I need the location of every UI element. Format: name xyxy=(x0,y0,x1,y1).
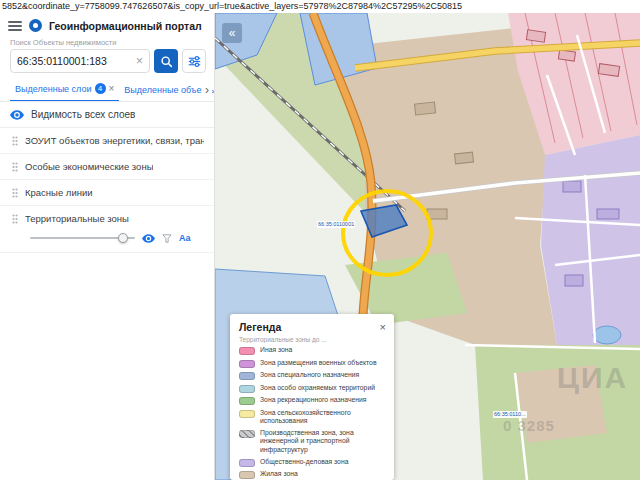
search-box: × xyxy=(10,49,150,73)
opacity-slider[interactable] xyxy=(30,233,135,243)
legend-item: Жилая зона xyxy=(239,470,386,479)
legend-item-label: Иная зона xyxy=(260,346,292,354)
drag-handle-icon[interactable] xyxy=(12,214,18,224)
collapse-sidebar-button[interactable]: « xyxy=(222,23,242,43)
search-button[interactable] xyxy=(154,49,178,73)
slider-handle[interactable] xyxy=(118,233,128,243)
legend-swatch xyxy=(239,471,255,479)
tab-count-badge: 4 xyxy=(95,83,106,94)
legend-item-label: Зона сельскохозяйственного использования xyxy=(260,409,386,426)
eye-icon xyxy=(10,110,24,120)
legend-swatch xyxy=(239,410,255,418)
layer-label: Территориальные зоны xyxy=(25,213,129,224)
visibility-all-layers[interactable]: Видимость всех слоев xyxy=(0,102,214,128)
tab-label: Выделенные объекты xyxy=(124,85,214,95)
legend-swatch xyxy=(239,385,255,393)
tune-icon xyxy=(188,55,201,68)
legend-item-label: Зона рекреационного назначения xyxy=(260,396,366,404)
tab-selected-layers[interactable]: Выделенные слои 4 × xyxy=(10,78,119,102)
legend-item: Производственная зона, зона инженерной и… xyxy=(239,429,386,454)
portal-logo-icon xyxy=(29,19,42,32)
sidebar: Геоинформационный портал Поиск Объекты н… xyxy=(0,13,215,480)
layer-label: ЗОУИТ объектов энергетики, связи, трансп… xyxy=(25,135,204,146)
legend-item: Зона специального назначения xyxy=(239,371,386,380)
gis-portal-app: 5852&coordinate_y=7758099.747626507&is_c… xyxy=(0,0,640,480)
clear-search-icon[interactable]: × xyxy=(134,55,145,67)
search-input[interactable] xyxy=(17,55,134,67)
layer-item-economic-zones[interactable]: Особые экономические зоны xyxy=(0,154,214,180)
legend-item-label: Зона размещения военных объектов xyxy=(260,359,377,367)
legend-item: Зона сельскохозяйственного использования xyxy=(239,409,386,426)
legend-swatch xyxy=(239,372,255,380)
legend-item: Зона рекреационного назначения xyxy=(239,396,386,405)
legend-close-icon[interactable]: × xyxy=(380,322,386,333)
layer-visibility-eye-icon[interactable] xyxy=(142,234,155,243)
layer-item-zouit[interactable]: ЗОУИТ объектов энергетики, связи, трансп… xyxy=(0,128,214,154)
sidebar-tabs: Выделенные слои 4 × Выделенные объекты ×… xyxy=(0,78,214,102)
layer-label: Особые экономические зоны xyxy=(25,161,153,172)
tab-close-icon[interactable]: × xyxy=(109,84,115,94)
legend-swatch xyxy=(239,397,255,405)
watermark-text: ЦИА xyxy=(557,361,628,395)
page-title: Геоинформационный портал xyxy=(49,20,202,32)
drag-handle-icon[interactable] xyxy=(12,188,18,198)
tabs-scroll-right-icon[interactable]: › xyxy=(202,78,212,102)
legend-item: Зона размещения военных объектов xyxy=(239,359,386,368)
url-fragment-text: 5852&coordinate_y=7758099.747626507&is_c… xyxy=(0,0,640,13)
legend-subtitle: Территориальные зоны до ... xyxy=(239,336,386,343)
legend-item-label: Зона специального назначения xyxy=(260,371,359,379)
legend-item: Иная зона xyxy=(239,346,386,355)
cadastral-map-label: 66:35:0110001 xyxy=(317,221,355,228)
legend-swatch xyxy=(239,347,255,355)
map-canvas[interactable]: « 66:35:0110001 66:35:0110... ЦИА 0 3285… xyxy=(215,13,640,480)
search-settings-button[interactable] xyxy=(182,49,206,73)
drag-handle-icon[interactable] xyxy=(12,136,18,146)
tab-label: Выделенные слои xyxy=(15,84,92,94)
legend-item-label: Производственная зона, зона инженерной и… xyxy=(260,429,386,454)
menu-icon[interactable] xyxy=(8,21,22,31)
legend-item: Зона особо охраняемых территорий xyxy=(239,384,386,393)
layer-item-red-lines[interactable]: Красные линии xyxy=(0,180,214,206)
visibility-all-label: Видимость всех слоев xyxy=(31,109,135,120)
legend-panel: Легенда × Территориальные зоны до ... Ин… xyxy=(230,314,394,480)
search-label: Поиск Объекты недвижимости xyxy=(0,36,214,48)
layer-item-territorial-zones[interactable]: Территориальные зоны xyxy=(0,206,214,231)
legend-swatch xyxy=(239,360,255,368)
search-row: × xyxy=(0,48,214,78)
search-icon xyxy=(160,55,173,68)
legend-item-label: Жилая зона xyxy=(260,470,298,478)
watermark-text: 0 3285 xyxy=(503,417,555,434)
territorial-zones-controls: Aa xyxy=(0,231,214,253)
labels-toggle-button[interactable]: Aa xyxy=(179,233,191,243)
filter-icon[interactable] xyxy=(162,234,172,243)
legend-item: Общественно-деловая зона xyxy=(239,458,386,467)
drag-handle-icon[interactable] xyxy=(12,162,18,172)
tab-selected-objects[interactable]: Выделенные объекты × xyxy=(119,78,214,102)
legend-item-label: Зона особо охраняемых территорий xyxy=(260,384,375,392)
legend-swatch xyxy=(239,430,255,438)
cadastral-map-label: 66:35:0110... xyxy=(493,411,527,418)
layer-label: Красные линии xyxy=(25,187,93,198)
legend-swatch xyxy=(239,459,255,467)
sidebar-header: Геоинформационный портал xyxy=(0,13,214,36)
legend-title: Легенда xyxy=(239,321,281,333)
legend-item-label: Общественно-деловая зона xyxy=(260,458,348,466)
